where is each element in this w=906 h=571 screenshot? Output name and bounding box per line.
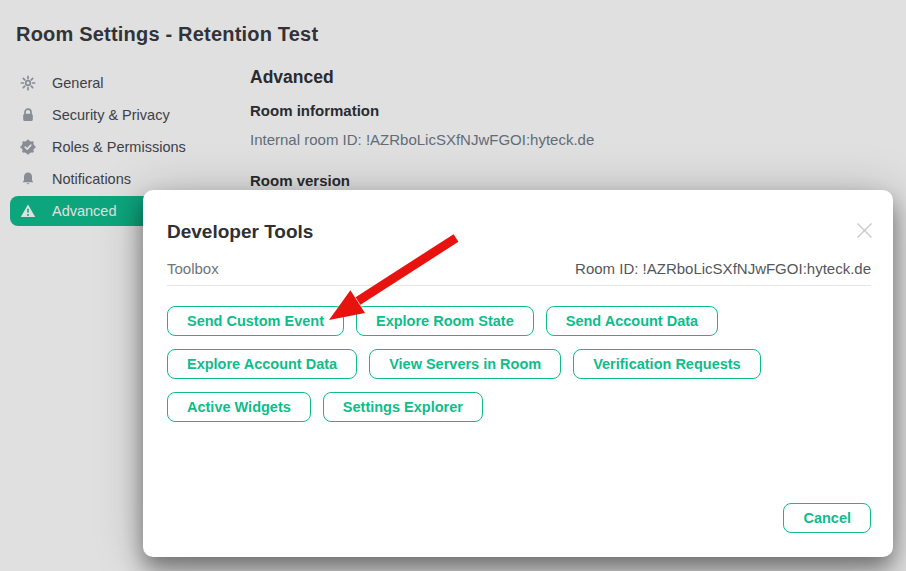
active-widgets-button[interactable]: Active Widgets — [167, 392, 311, 422]
dialog-title: Developer Tools — [167, 221, 313, 243]
settings-explorer-button[interactable]: Settings Explorer — [323, 392, 483, 422]
explore-room-state-button[interactable]: Explore Room State — [356, 306, 534, 336]
toolbox-button-grid: Send Custom Event Explore Room State Sen… — [167, 306, 871, 422]
dialog-subheader: Toolbox Room ID: !AZRboLicSXfNJwFGOI:hyt… — [167, 260, 871, 286]
send-account-data-button[interactable]: Send Account Data — [546, 306, 718, 336]
close-icon[interactable] — [855, 221, 873, 239]
explore-account-data-button[interactable]: Explore Account Data — [167, 349, 357, 379]
view-servers-in-room-button[interactable]: View Servers in Room — [369, 349, 561, 379]
verification-requests-button[interactable]: Verification Requests — [573, 349, 760, 379]
developer-tools-dialog: Developer Tools Toolbox Room ID: !AZRboL… — [143, 190, 893, 557]
room-id-label: Room ID: !AZRboLicSXfNJwFGOI:hyteck.de — [575, 260, 871, 277]
toolbox-label: Toolbox — [167, 260, 219, 277]
dialog-footer: Cancel — [783, 503, 871, 533]
send-custom-event-button[interactable]: Send Custom Event — [167, 306, 344, 336]
cancel-button[interactable]: Cancel — [783, 503, 871, 533]
